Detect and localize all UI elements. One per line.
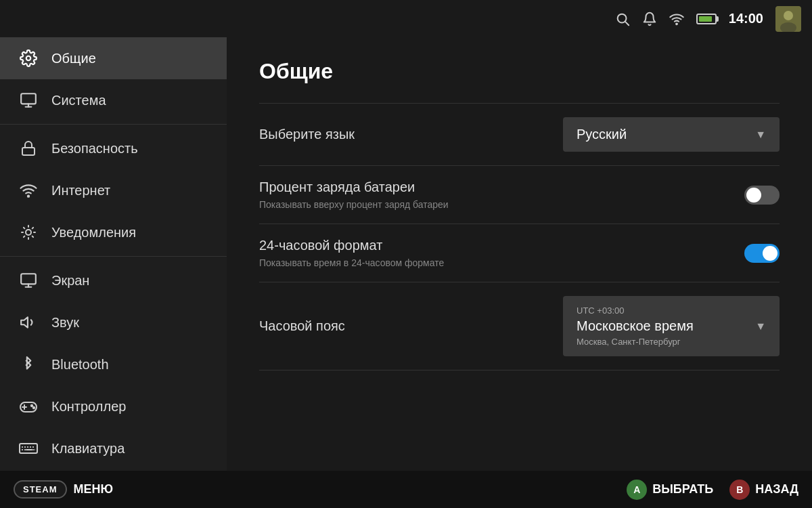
sidebar-label-sound: Звук xyxy=(51,315,79,331)
svg-point-11 xyxy=(28,196,29,197)
battery-icon xyxy=(696,14,717,24)
a-button[interactable]: A xyxy=(627,480,647,500)
select-label: ВЫБРАТЬ xyxy=(652,482,713,496)
timezone-sub: Москва, Санкт-Петербург xyxy=(577,337,766,347)
svg-point-12 xyxy=(26,230,31,235)
sidebar: Общие Система Безопасность xyxy=(0,37,227,471)
monitor-icon xyxy=(19,91,38,110)
svg-point-20 xyxy=(31,405,32,406)
steam-badge[interactable]: STEAM xyxy=(14,480,67,499)
gamepad-icon xyxy=(19,397,38,416)
user-avatar[interactable] xyxy=(775,6,801,32)
sidebar-item-bluetooth[interactable]: Bluetooth xyxy=(0,343,227,385)
svg-rect-39 xyxy=(26,449,31,450)
notification-icon[interactable] xyxy=(642,12,657,26)
sidebar-label-bluetooth: Bluetooth xyxy=(51,357,109,373)
bottombar: STEAM МЕНЮ A ВЫБРАТЬ B НАЗАД xyxy=(0,471,812,508)
sidebar-label-system: Система xyxy=(51,93,106,108)
sidebar-label-internet: Интернет xyxy=(51,183,110,198)
sidebar-label-general: Общие xyxy=(51,51,96,66)
svg-line-1 xyxy=(625,22,629,25)
sidebar-item-system[interactable]: Система xyxy=(0,79,227,121)
bottombar-left: STEAM МЕНЮ xyxy=(14,480,113,499)
svg-marker-16 xyxy=(21,317,28,327)
b-button[interactable]: B xyxy=(729,480,750,500)
battery-percent-label: Процент заряда батареи xyxy=(259,179,415,194)
language-dropdown[interactable]: Русский ▼ xyxy=(563,117,780,152)
svg-rect-22 xyxy=(20,444,37,453)
bluetooth-icon xyxy=(19,355,38,374)
bell-icon xyxy=(19,223,38,242)
cast-icon xyxy=(669,12,684,26)
timezone-dropdown[interactable]: UTC +03:00 Московское время ▼ Москва, Са… xyxy=(563,296,780,356)
svg-point-40 xyxy=(34,449,35,450)
battery-percent-toggle[interactable] xyxy=(744,186,780,205)
sidebar-item-controller[interactable]: Контроллер xyxy=(0,385,227,427)
page-title: Общие xyxy=(259,59,780,84)
menu-label: МЕНЮ xyxy=(74,482,114,496)
chevron-down-icon-tz: ▼ xyxy=(755,320,766,333)
sidebar-label-security: Безопасность xyxy=(51,141,138,156)
sidebar-item-keyboard[interactable]: Клавиатура xyxy=(0,427,227,469)
back-label: НАЗАД xyxy=(755,482,798,496)
time-format-toggle[interactable] xyxy=(744,244,780,263)
setting-language: Выберите язык Русский ▼ xyxy=(259,103,780,166)
sidebar-divider-2 xyxy=(0,256,227,257)
topbar-time: 14:00 xyxy=(729,11,763,26)
time-format-label: 24-часовой формат xyxy=(259,238,382,253)
sidebar-label-keyboard: Клавиатура xyxy=(51,441,125,457)
svg-rect-7 xyxy=(21,93,36,104)
sound-icon xyxy=(19,313,38,332)
svg-point-6 xyxy=(26,56,31,61)
bottombar-right: A ВЫБРАТЬ B НАЗАД xyxy=(627,480,798,500)
time-format-sublabel: Показывать время в 24-часовом формате xyxy=(259,257,444,268)
svg-rect-13 xyxy=(21,274,36,284)
sidebar-label-controller: Контроллер xyxy=(51,399,126,415)
sidebar-item-notifications[interactable]: Уведомления xyxy=(0,211,227,253)
language-label: Выберите язык xyxy=(259,127,355,142)
sidebar-label-notifications: Уведомления xyxy=(51,225,136,240)
sidebar-divider-1 xyxy=(0,124,227,125)
svg-point-4 xyxy=(784,11,793,20)
toggle-knob-on xyxy=(763,246,777,261)
sidebar-item-security[interactable]: Безопасность xyxy=(0,127,227,169)
sidebar-item-general[interactable]: Общие xyxy=(0,37,227,79)
keyboard-icon xyxy=(19,439,38,458)
setting-timezone: Часовой пояс UTC +03:00 Московское время… xyxy=(259,282,780,371)
display-icon xyxy=(19,271,38,290)
content-area: Общие Выберите язык Русский ▼ Процент за… xyxy=(227,37,812,471)
wifi-icon xyxy=(19,181,38,200)
toggle-knob xyxy=(746,188,761,203)
svg-point-37 xyxy=(22,449,23,450)
battery-percent-sublabel: Показывать вверху процент заряд батареи xyxy=(259,199,449,210)
setting-battery-percent: Процент заряда батареи Показывать вверху… xyxy=(259,166,780,224)
chevron-down-icon: ▼ xyxy=(755,129,766,141)
svg-point-32 xyxy=(22,446,23,448)
timezone-name: Московское время xyxy=(577,318,694,334)
svg-point-36 xyxy=(32,446,34,448)
lock-icon xyxy=(19,139,38,158)
search-icon[interactable] xyxy=(615,12,630,26)
gear-icon xyxy=(19,49,38,68)
sidebar-label-display: Экран xyxy=(51,273,89,289)
setting-time-format: 24-часовой формат Показывать время в 24-… xyxy=(259,224,780,282)
back-btn-group: B НАЗАД xyxy=(729,480,798,500)
svg-point-35 xyxy=(30,446,31,448)
svg-point-38 xyxy=(24,449,26,450)
timezone-utc-offset: UTC +03:00 xyxy=(577,305,766,316)
timezone-label: Часовой пояс xyxy=(259,318,345,334)
svg-point-21 xyxy=(33,407,35,408)
language-value: Русский xyxy=(577,127,627,142)
select-btn-group: A ВЫБРАТЬ xyxy=(627,480,713,500)
main-layout: Общие Система Безопасность xyxy=(0,37,812,471)
topbar: 14:00 xyxy=(0,0,812,37)
svg-point-34 xyxy=(27,446,28,448)
svg-rect-10 xyxy=(22,148,35,155)
sidebar-item-sound[interactable]: Звук xyxy=(0,301,227,343)
svg-point-33 xyxy=(24,446,26,448)
svg-point-2 xyxy=(676,23,677,24)
sidebar-item-internet[interactable]: Интернет xyxy=(0,169,227,211)
steam-label: STEAM xyxy=(23,484,58,494)
sidebar-item-display[interactable]: Экран xyxy=(0,259,227,301)
